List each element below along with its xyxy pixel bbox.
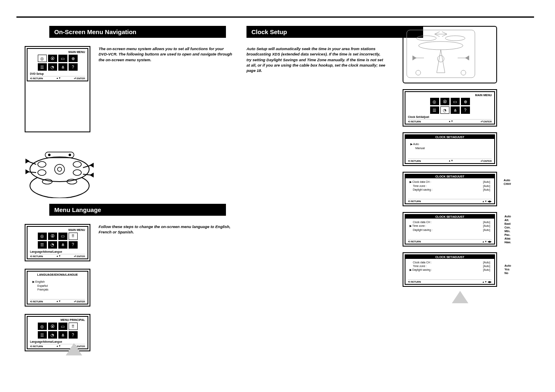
menulang-osd-stack: MAIN MENU ◎ ⦿ ▭ ⠿ ☰ ◔ ⋔ ? Language/Idiom…	[25, 224, 90, 351]
osd1-icon-grid: ◎ ⦿ ▭ ⊕ ☰ ◔ ⋔ ?	[30, 55, 85, 71]
list-icon: ☰	[38, 331, 47, 339]
r-osd4-title: CLOCK SET/ADJUST	[405, 215, 494, 219]
screen-icon: ▭	[58, 323, 67, 330]
steps-lines-2	[99, 244, 234, 304]
osd2-grid: ◎ ⦿ ▭ ⠿ ☰ ◔ ⋔ ?	[30, 233, 85, 249]
r-osd1-wrap: MAIN MENU ◎ ⦿ ▭ ⊕ ☰ ◔ ⋔ ? Clock Set/Adju…	[403, 89, 497, 127]
clock-intro-text: Auto Setup will automatically seek the t…	[246, 46, 386, 73]
r-osd5-wrap: CLOCK SET/ADJUST Clock data CH :[Auto] T…	[403, 252, 497, 287]
lang-english: English	[30, 280, 85, 284]
dvd-setup-icon: ◎	[38, 55, 47, 62]
lang-icon: ⠿	[69, 233, 78, 240]
osd-clock-data-ch: CLOCK SET/ADJUST ▶ Clock data CH :[Auto]…	[405, 174, 495, 204]
list-icon: ☰	[38, 241, 47, 249]
steps-lines-right	[246, 83, 386, 143]
osd4-grid: ◎ ⦿ ▭ ⠿ ☰ ◔ ⋔ ?	[30, 323, 85, 339]
r-osd1-footer: ⟲ RETURN ▲▼ ⏎ ENTER	[408, 119, 492, 123]
right-osd-column: MAIN MENU ◎ ⦿ ▭ ⊕ ☰ ◔ ⋔ ? Clock Set/Adju…	[403, 26, 497, 305]
manual-right-page: Clock Setup Auto Setup will automaticall…	[238, 16, 534, 143]
intro-right-block: Auto Setup will automatically seek the t…	[246, 46, 386, 143]
section-header-menu-language: Menu Language	[49, 204, 226, 216]
help-icon: ?	[69, 63, 78, 71]
clock-setup-icon: ◔	[440, 106, 449, 114]
osd-clock-daylight: CLOCK SET/ADJUST Clock data CH :[Auto] T…	[405, 254, 495, 285]
row-menulang: MAIN MENU ◎ ⦿ ▭ ⠿ ☰ ◔ ⋔ ? Language/Idiom…	[25, 224, 263, 351]
r-osd2-return: ⟲ RETURN	[408, 159, 421, 162]
r-osd3-wrap: CLOCK SET/ADJUST ▶ Clock data CH :[Auto]…	[403, 172, 497, 206]
svg-point-16	[419, 42, 463, 50]
r-osd3-footer: ⟲ RETURN ▲▼ ◀▶	[408, 199, 492, 203]
r-osd1-nav: ▲▼	[448, 120, 453, 123]
clock-manual: Manual	[408, 146, 492, 150]
osd3-enter: ⏎ ENTER	[74, 300, 85, 303]
tv-front-panel	[406, 29, 476, 78]
osd1-return: ⟲ RETURN	[30, 77, 43, 80]
r-osd4-return: ⟲ RETURN	[408, 240, 421, 243]
svg-point-17	[438, 55, 444, 62]
osd-language-list: LANGUAGE/IDIOMA/LANGUE English Español F…	[27, 271, 88, 304]
osd2-nav: ▲▼	[56, 255, 61, 258]
osd2-wrap: MAIN MENU ◎ ⦿ ▭ ⠿ ☰ ◔ ⋔ ? Language/Idiom…	[25, 224, 90, 261]
rec-icon: ⦿	[48, 233, 57, 240]
osd4-nav: ▲▼	[56, 345, 61, 348]
intro2-text: Follow these steps to change the on-scre…	[99, 224, 234, 235]
osd-main-menu-2: MAIN MENU ◎ ⦿ ▭ ⠿ ☰ ◔ ⋔ ? Language/Idiom…	[27, 226, 88, 259]
intro1-block: The on-screen menu system allows you to …	[99, 46, 234, 132]
screen-icon: ▭	[58, 55, 67, 62]
r-osd2-wrap: CLOCK SET/ADJUST Auto Manual ⟲ RETURN ▲▼…	[403, 132, 497, 166]
r5-row1: Clock data CH :[Auto]	[408, 261, 492, 264]
r-osd3-nav: ▲▼ ◀▶	[482, 200, 492, 203]
osd1-enter: ⏎ ENTER	[74, 77, 85, 80]
osd1-title: MAIN MENU	[30, 51, 85, 53]
r3-row1: ▶ Clock data CH :[Auto]	[408, 180, 492, 184]
antenna-icon: ⋔	[451, 106, 460, 114]
osd4-return: ⟲ RETURN	[30, 345, 43, 348]
antenna-icon: ⋔	[58, 331, 67, 339]
svg-point-1	[30, 157, 89, 182]
r-osd3-return: ⟲ RETURN	[408, 200, 421, 203]
osd3-footer: ⟲ RETURN ▲▼ ⏎ ENTER	[30, 299, 85, 303]
remote-illustration	[25, 141, 94, 198]
r4-row2: ▶ Time zone :[Auto]	[408, 224, 492, 228]
dvd-icon: ◎	[38, 233, 47, 240]
svg-point-3	[48, 154, 51, 156]
annot-daylight: Auto Yes No	[504, 264, 511, 275]
osd2-footer: ⟲ RETURN ▲▼ ⏎ ENTER	[30, 254, 85, 258]
help-icon: ?	[69, 331, 78, 339]
osd2-enter: ⏎ ENTER	[74, 255, 85, 258]
antenna-icon: ⋔	[58, 63, 67, 71]
r4-row3: Daylight saving :[Auto]	[408, 228, 492, 232]
r-osd4-nav: ▲▼ ◀▶	[482, 240, 492, 243]
help-icon: ?	[69, 241, 78, 249]
r-osd1-enter: ⏎ ENTER	[481, 120, 492, 123]
dvd-icon: ◎	[430, 98, 439, 105]
osd2-label: Language/Idioma/Langue	[30, 250, 85, 253]
svg-point-15	[445, 36, 465, 41]
globe-icon: ⊕	[461, 98, 470, 105]
list-icon: ☰	[430, 106, 439, 114]
clock-icon: ◔	[48, 63, 57, 71]
steps-lines-1	[99, 72, 234, 132]
osd3-wrap: LANGUAGE/IDIOMA/LANGUE English Español F…	[25, 269, 90, 307]
row-osd1: MAIN MENU ◎ ⦿ ▭ ⊕ ☰ ◔ ⋔ ? DVD Setup ⟲ RE…	[25, 46, 263, 132]
page-arrow-right	[452, 291, 468, 303]
section-header-clock-setup: Clock Setup	[246, 26, 423, 38]
osd4-title: MENU PRINCIPAL	[30, 318, 85, 321]
osd-clock-auto-manual: CLOCK SET/ADJUST Auto Manual ⟲ RETURN ▲▼…	[405, 134, 495, 164]
r-osd1-title: MAIN MENU	[408, 94, 492, 97]
r3-row2: Time zone :[Auto]	[408, 184, 492, 188]
intro2-block: Follow these steps to change the on-scre…	[99, 224, 234, 351]
r-osd3-title: CLOCK SET/ADJUST	[405, 175, 494, 178]
r-osd2-nav: ▲▼	[448, 159, 453, 162]
osd3-title: LANGUAGE/IDIOMA/LANGUE	[30, 273, 85, 276]
annot-timezone: Auto Alt. East Cen. Mtn. Pac. Alas Haw.	[504, 214, 511, 244]
r5-row2: Time zone :[Auto]	[408, 264, 492, 268]
r-osd2-title: CLOCK SET/ADJUST	[405, 135, 494, 139]
r-osd5-title: CLOCK SET/ADJUST	[405, 255, 494, 259]
r-osd5-nav: ▲▼ ◀▶	[482, 280, 492, 283]
osd1-label: DVD Setup	[30, 72, 85, 75]
antenna-icon: ⋔	[58, 241, 67, 249]
osd1-wrap: MAIN MENU ◎ ⦿ ▭ ⊕ ☰ ◔ ⋔ ? DVD Setup ⟲ RE…	[25, 46, 90, 132]
page-arrow-left	[66, 343, 82, 355]
clock-icon: ◔	[48, 241, 57, 249]
